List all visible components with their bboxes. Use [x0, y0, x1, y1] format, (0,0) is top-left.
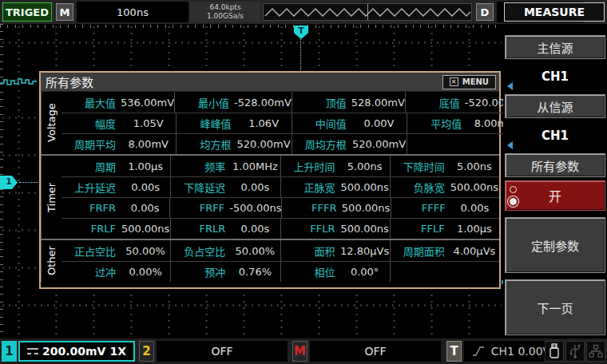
math-badge[interactable]: M	[292, 341, 307, 362]
all-parameters-button[interactable]: 所有参数	[505, 153, 605, 177]
param-value: 500.00ns	[341, 202, 390, 214]
param-value: 0.00s	[230, 223, 280, 235]
param-label: 周期	[61, 159, 121, 174]
channel2-badge[interactable]: 2	[139, 341, 154, 362]
param-value: -528.00mV	[234, 97, 292, 109]
graticule-ticks-top	[0, 25, 502, 28]
param-label: FFLF	[391, 223, 450, 235]
measurement-cell: 幅度1.05V	[61, 113, 176, 133]
param-value: 0.00V	[351, 117, 407, 129]
menu-title: MEASURE	[504, 2, 605, 22]
measurement-cell: 中间值0.00V	[292, 113, 407, 133]
channel1-probe: 1X	[109, 345, 126, 358]
param-value: 50.00%	[121, 245, 170, 257]
measurement-table: Voltage最大值536.00mV最小值-528.00mV顶值528.00mV…	[41, 92, 499, 282]
measurement-row: 过冲0.00%预冲0.76%相位0.00°	[61, 261, 499, 282]
measurement-cell: 上升时间5.00ns	[280, 156, 390, 176]
main-source-button-label: 主信源	[537, 39, 573, 56]
trigger-badge[interactable]: T	[446, 341, 462, 362]
measurement-cell: 过冲0.00%	[61, 262, 170, 282]
measurement-cell: 正占空比50.00%	[61, 240, 170, 261]
measurement-cell: 负脉宽500.00ns	[390, 177, 499, 197]
param-value: 0.00°	[340, 266, 390, 278]
radio-off-icon	[510, 186, 517, 193]
measurement-cell: 均方根520.00mV	[176, 134, 291, 154]
rising-edge-icon	[472, 346, 485, 357]
param-label: 均方根	[177, 136, 236, 152]
section-label: Other	[41, 240, 61, 282]
param-label: 下降延迟	[171, 180, 230, 195]
param-label: FRLR	[171, 223, 230, 235]
delay-button[interactable]: D	[476, 3, 494, 21]
usb-device-icon	[545, 341, 564, 362]
param-label: 周期面积	[391, 243, 450, 259]
all-parameters-on-toggle[interactable]: 开	[505, 180, 605, 211]
measurement-cell: 下降延迟0.00s	[170, 177, 280, 197]
param-value: 520.00mV	[351, 138, 407, 150]
sample-rate: 1.00GSa/s	[207, 12, 244, 21]
dialog-title-bar: 所有参数 ✕ MENU	[41, 73, 499, 92]
dialog-title: 所有参数	[46, 73, 93, 90]
measurement-cell: FRFF-500.00ns	[169, 198, 281, 218]
param-value: 1.05V	[121, 117, 176, 129]
param-value: 0.00s	[230, 181, 280, 193]
slave-source-value[interactable]: CH1	[505, 118, 605, 153]
measurement-cell: 周期平均8.00mV	[61, 134, 176, 154]
section-other: Other正占空比50.00%负占空比50.00%面积12.80µVs周期面积4…	[41, 239, 499, 282]
channel1-badge[interactable]: 1	[2, 341, 17, 362]
oscilloscope-screen: TRIGED M 100ns 64.0kpts 1.00GSa/s D 0.00…	[0, 0, 607, 364]
param-value: 12.80µVs	[340, 245, 390, 257]
all-parameters-button-label: 所有参数	[531, 157, 579, 174]
main-source-value[interactable]: CH1	[505, 59, 605, 94]
radio-on-icon	[510, 198, 517, 205]
param-label: 负占空比	[171, 243, 230, 259]
dc-coupling-icon	[27, 348, 38, 354]
triangle-left-icon	[507, 82, 513, 90]
measurement-cell: 下降时间5.00ns	[390, 156, 499, 176]
param-label: 底值	[406, 95, 465, 110]
waveform-preview[interactable]	[263, 3, 472, 21]
preview-trigger-position	[367, 4, 368, 20]
next-page-button[interactable]: 下一页	[505, 279, 605, 335]
param-label: FFLR	[281, 223, 340, 235]
measurement-cell: 上升延迟0.00s	[61, 177, 170, 197]
main-source-value-label: CH1	[542, 69, 569, 84]
measurement-row: 最大值536.00mV最小值-528.00mV顶值528.00mV底值-520.…	[61, 92, 522, 113]
measurement-cell: FFLR500.00ns	[280, 219, 390, 239]
measurement-cell: 正脉宽500.00ns	[280, 177, 390, 197]
param-label: 相位	[281, 264, 340, 279]
param-label: 负脉宽	[391, 180, 450, 195]
param-label: 上升延迟	[61, 180, 121, 195]
param-label: 正占空比	[61, 243, 121, 259]
main-source-button[interactable]: 主信源	[505, 35, 605, 59]
measurement-row: 周期平均8.00mV均方根520.00mV周均方根520.00mV	[61, 133, 522, 154]
channel1-settings[interactable]: 200.00mV 1X	[18, 341, 135, 362]
param-value: 500.00ns	[340, 223, 390, 235]
dialog-menu-button[interactable]: ✕ MENU	[442, 75, 496, 89]
param-label: 最小值	[175, 95, 234, 110]
param-value: 520.00mV	[236, 138, 291, 150]
measurement-cell: FFFR500.00ns	[281, 198, 390, 218]
measurement-row: 周期1.00µs频率1.00MHz上升时间5.00ns下降时间5.00ns	[61, 156, 499, 176]
measurement-cell: 最大值536.00mV	[61, 92, 174, 113]
trigger-position-line	[300, 39, 301, 72]
param-label: 最大值	[61, 95, 121, 110]
param-label: 中间值	[292, 116, 351, 131]
param-value: 50.00%	[230, 245, 280, 257]
measurement-cell: 频率1.00MHz	[170, 156, 280, 176]
horizontal-menu-button[interactable]: M	[56, 3, 73, 21]
param-value: 0.00%	[121, 266, 170, 278]
param-value: 500.00ns	[121, 223, 170, 235]
param-label: 正脉宽	[281, 180, 340, 195]
custom-parameters-button-label: 定制参数	[531, 237, 579, 254]
measurement-row: 正占空比50.00%负占空比50.00%面积12.80µVs周期面积4.00µV…	[61, 240, 499, 261]
measurement-cell	[390, 262, 499, 282]
slave-source-button[interactable]: 从信源	[505, 94, 605, 118]
param-value: 1.00µs	[121, 160, 170, 172]
trigger-source-level: CH1 0.00V	[491, 345, 550, 358]
top-status-bar: TRIGED M 100ns 64.0kpts 1.00GSa/s D 0.00…	[0, 0, 607, 24]
custom-parameters-button[interactable]: 定制参数	[505, 217, 605, 273]
section-voltage: Voltage最大值536.00mV最小值-528.00mV顶值528.00mV…	[41, 92, 499, 154]
param-value: 5.00ns	[450, 160, 499, 172]
param-label: FRLF	[61, 223, 121, 235]
